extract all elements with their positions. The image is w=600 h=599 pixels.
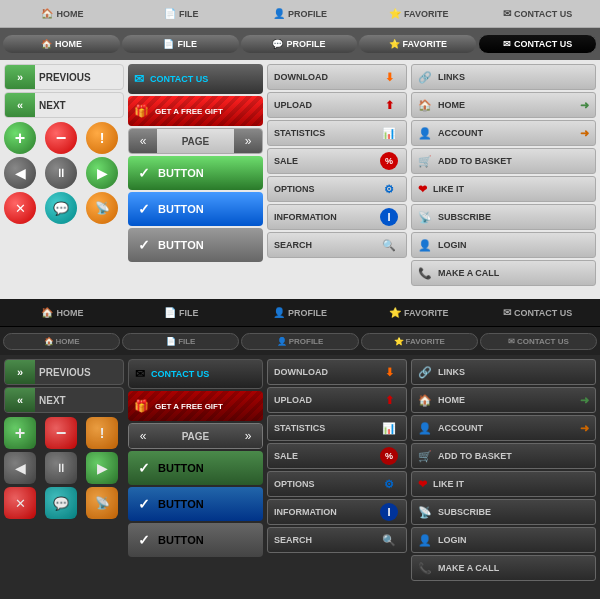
account-button[interactable]: 👤 ACCOUNT ➜ <box>411 120 596 146</box>
search-button-dark[interactable]: SEARCH 🔍 <box>267 527 407 553</box>
close-button-dark[interactable]: ✕ <box>4 487 36 519</box>
rss-button[interactable]: 📡 <box>86 192 118 224</box>
bnav-file-1[interactable]: 📄 FILE <box>123 305 240 320</box>
button-gray-dark[interactable]: ✓ BUTTON <box>128 523 263 557</box>
free-gift-button[interactable]: 🎁 GET A FREE GIFT <box>128 96 263 126</box>
bnav-profile-1[interactable]: 👤 PROFILE <box>242 305 359 320</box>
contact-us-button[interactable]: ✉ CONTACT US <box>128 64 263 94</box>
bstar-icon: ⭐ <box>389 307 401 318</box>
next-button-dark[interactable]: « NEXT <box>4 387 124 413</box>
file-icon-2: 📄 <box>163 39 174 49</box>
login-button-dark[interactable]: 👤 LOGIN <box>411 527 596 553</box>
upload-button-dark[interactable]: UPLOAD ⬆ <box>267 387 407 413</box>
information-button[interactable]: INFORMATION i <box>267 204 407 230</box>
bnav-home-2[interactable]: 🏠 HOME <box>3 333 120 350</box>
search-icon: 🔍 <box>378 236 400 254</box>
previous-button-dark[interactable]: » PREVIOUS <box>4 359 124 385</box>
button-green[interactable]: ✓ BUTTON <box>128 156 263 190</box>
chat-button[interactable]: 💬 <box>45 192 77 224</box>
nav-profile-1[interactable]: 👤 PROFILE <box>242 6 359 21</box>
bprofile-icon: 👤 <box>273 307 285 318</box>
close-button[interactable]: ✕ <box>4 192 36 224</box>
alert-button-dark[interactable]: ! <box>86 417 118 449</box>
bnav-contact-1[interactable]: ✉ CONTACT US <box>479 305 596 320</box>
rss-button-dark[interactable]: 📡 <box>86 487 118 519</box>
play-button-dark[interactable]: ▶ <box>86 452 118 484</box>
pause-button-dark[interactable]: ⏸ <box>45 452 77 484</box>
previous-button[interactable]: » PREVIOUS <box>4 64 124 90</box>
add-button[interactable]: + <box>4 122 36 154</box>
bnav-favorite-2[interactable]: ⭐ FAVORITE <box>361 333 478 350</box>
options-button-dark[interactable]: OPTIONS ⚙ <box>267 471 407 497</box>
chat-button-dark[interactable]: 💬 <box>45 487 77 519</box>
home-button[interactable]: 🏠 HOME ➜ <box>411 92 596 118</box>
upload-icon: ⬆ <box>378 96 400 114</box>
button-gray[interactable]: ✓ BUTTON <box>128 228 263 262</box>
nav-file-1[interactable]: 📄 FILE <box>123 6 240 21</box>
snav-contact[interactable]: ✉ CONTACT US <box>478 34 597 54</box>
upload-button[interactable]: UPLOAD ⬆ <box>267 92 407 118</box>
snav-profile[interactable]: 💬 PROFILE <box>241 35 358 53</box>
play-button[interactable]: ▶ <box>86 157 118 189</box>
snav-favorite[interactable]: ⭐ FAVORITE <box>359 35 476 53</box>
subscribe-button-dark[interactable]: 📡 SUBSCRIBE <box>411 499 596 525</box>
sale-button-dark[interactable]: SALE % <box>267 443 407 469</box>
alert-button[interactable]: ! <box>86 122 118 154</box>
home-button-dark[interactable]: 🏠 HOME ➜ <box>411 387 596 413</box>
mid-column-dark: DOWNLOAD ⬇ UPLOAD ⬆ STATISTICS 📊 SALE % … <box>267 359 407 591</box>
bnav-profile-2[interactable]: 👤 PROFILE <box>241 333 358 350</box>
bnav-file-2[interactable]: 📄 FILE <box>122 333 239 350</box>
information-button-dark[interactable]: INFORMATION i <box>267 499 407 525</box>
statistics-button[interactable]: STATISTICS 📊 <box>267 120 407 146</box>
call-button-dark[interactable]: 📞 MAKE A CALL <box>411 555 596 581</box>
contact-us-button-dark[interactable]: ✉ CONTACT US <box>128 359 263 389</box>
subscribe-button[interactable]: 📡 SUBSCRIBE <box>411 204 596 230</box>
basket-button-dark[interactable]: 🛒 ADD TO BASKET <box>411 443 596 469</box>
bnav-contact-2[interactable]: ✉ CONTACT US <box>480 333 597 350</box>
button-blue[interactable]: ✓ BUTTON <box>128 192 263 226</box>
page-nav-button[interactable]: « PAGE » <box>128 128 263 154</box>
nav-home-1[interactable]: 🏠 HOME <box>4 6 121 21</box>
links-button-dark[interactable]: 🔗 LINKS <box>411 359 596 385</box>
check-icon-2-dark: ✓ <box>138 496 150 512</box>
minus-button-dark[interactable]: − <box>45 417 77 449</box>
link-icon-dark: 🔗 <box>418 366 432 379</box>
links-button[interactable]: 🔗 LINKS <box>411 64 596 90</box>
add-button-dark[interactable]: + <box>4 417 36 449</box>
account-icon: 👤 <box>418 127 432 140</box>
account-arrow-icon-dark: ➜ <box>580 422 589 435</box>
nav-favorite-1[interactable]: ⭐ FAVORITE <box>360 6 477 21</box>
back-button-dark[interactable]: ◀ <box>4 452 36 484</box>
free-gift-button-dark[interactable]: 🎁 GET A FREE GIFT <box>128 391 263 421</box>
like-button[interactable]: ❤ LIKE IT <box>411 176 596 202</box>
download-button-dark[interactable]: DOWNLOAD ⬇ <box>267 359 407 385</box>
minus-button[interactable]: − <box>45 122 77 154</box>
account-button-dark[interactable]: 👤 ACCOUNT ➜ <box>411 415 596 441</box>
search-button[interactable]: SEARCH 🔍 <box>267 232 407 258</box>
basket-button[interactable]: 🛒 ADD TO BASKET <box>411 148 596 174</box>
back-button[interactable]: ◀ <box>4 157 36 189</box>
call-button[interactable]: 📞 MAKE A CALL <box>411 260 596 286</box>
download-button[interactable]: DOWNLOAD ⬇ <box>267 64 407 90</box>
snav-home[interactable]: 🏠 HOME <box>3 35 120 53</box>
page-nav-button-dark[interactable]: « PAGE » <box>128 423 263 449</box>
bottom-nav-bar-2: 🏠 HOME 📄 FILE 👤 PROFILE ⭐ FAVORITE ✉ CON… <box>0 327 600 355</box>
options-button[interactable]: OPTIONS ⚙ <box>267 176 407 202</box>
bottom-nav-bar-1: 🏠 HOME 📄 FILE 👤 PROFILE ⭐ FAVORITE ✉ CON… <box>0 299 600 327</box>
button-blue-dark[interactable]: ✓ BUTTON <box>128 487 263 521</box>
sale-button[interactable]: SALE % <box>267 148 407 174</box>
mail-icon-2: ✉ <box>503 39 511 49</box>
login-button[interactable]: 👤 LOGIN <box>411 232 596 258</box>
right-column: 🔗 LINKS 🏠 HOME ➜ 👤 ACCOUNT ➜ 🛒 ADD TO BA… <box>411 64 596 295</box>
nav-contact-1[interactable]: ✉ CONTACT US <box>479 6 596 21</box>
login-icon: 👤 <box>418 239 432 252</box>
next-button[interactable]: « NEXT <box>4 92 124 118</box>
pause-button[interactable]: ⏸ <box>45 157 77 189</box>
page-nav-right-arrow: » <box>234 129 262 153</box>
bnav-home-1[interactable]: 🏠 HOME <box>4 305 121 320</box>
like-button-dark[interactable]: ❤ LIKE IT <box>411 471 596 497</box>
button-green-dark[interactable]: ✓ BUTTON <box>128 451 263 485</box>
bnav-favorite-1[interactable]: ⭐ FAVORITE <box>360 305 477 320</box>
snav-file[interactable]: 📄 FILE <box>122 35 239 53</box>
statistics-button-dark[interactable]: STATISTICS 📊 <box>267 415 407 441</box>
